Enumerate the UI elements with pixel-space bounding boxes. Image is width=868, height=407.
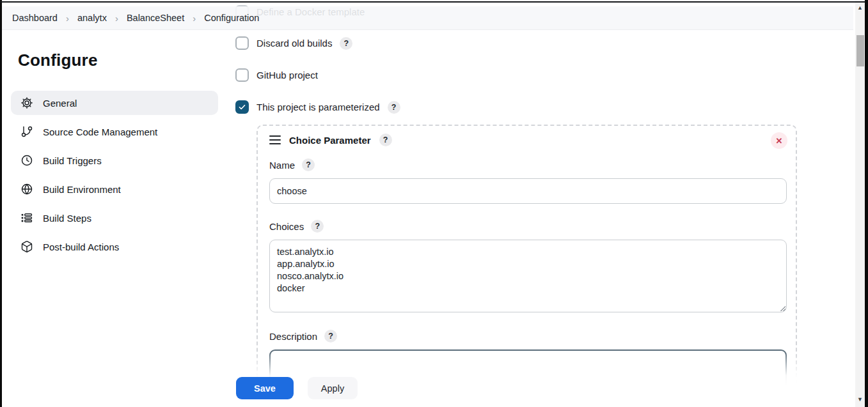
sidebar-item-general[interactable]: General bbox=[11, 91, 218, 115]
choice-parameter-card: Choice Parameter ? ✕ Name ? Choices ? te… bbox=[256, 125, 797, 407]
package-icon bbox=[20, 240, 33, 253]
discard-old-builds-checkbox[interactable] bbox=[235, 36, 249, 50]
clock-icon bbox=[20, 154, 33, 167]
choice-parameter-title: Choice Parameter bbox=[289, 135, 371, 146]
help-icon[interactable]: ? bbox=[379, 134, 392, 146]
window-edge-top bbox=[0, 1, 865, 3]
sidebar-item-post-build-actions[interactable]: Post-build Actions bbox=[11, 234, 218, 259]
window-edge-right bbox=[865, 0, 868, 407]
list-icon bbox=[20, 211, 33, 224]
parameterized-label: This project is parameterized bbox=[256, 102, 380, 112]
choices-label-text: Choices bbox=[269, 221, 304, 232]
save-button[interactable]: Save bbox=[236, 377, 294, 399]
chevron-right-icon: › bbox=[193, 13, 196, 24]
sidebar-item-build-environment[interactable]: Build Environment bbox=[11, 177, 218, 201]
chevron-right-icon: › bbox=[66, 13, 69, 24]
discard-old-builds-label: Discard old builds bbox=[256, 38, 332, 49]
window-edge-left bbox=[0, 0, 2, 407]
breadcrumb-balancesheet[interactable]: BalanceSheet bbox=[127, 13, 184, 23]
sidebar-item-build-triggers[interactable]: Build Triggers bbox=[11, 148, 218, 173]
breadcrumb: Dashboard › analytx › BalanceSheet › Con… bbox=[2, 6, 853, 30]
parameterized-checkbox[interactable] bbox=[235, 100, 249, 114]
description-field-label: Description ? bbox=[269, 330, 337, 342]
help-icon[interactable]: ? bbox=[324, 330, 337, 342]
scroll-down-icon[interactable]: ▼ bbox=[855, 394, 865, 404]
breadcrumb-analytx[interactable]: analytx bbox=[77, 13, 107, 23]
breadcrumb-dashboard[interactable]: Dashboard bbox=[12, 13, 58, 23]
globe-icon bbox=[20, 183, 33, 196]
help-icon[interactable]: ? bbox=[340, 37, 352, 50]
help-icon[interactable]: ? bbox=[302, 158, 315, 171]
choices-textarea[interactable]: test.analytx.io app.analytx.io nosco.ana… bbox=[269, 240, 787, 312]
check-icon bbox=[238, 103, 246, 111]
sidebar-item-label: Build Triggers bbox=[43, 155, 102, 166]
breadcrumb-configuration[interactable]: Configuration bbox=[204, 13, 259, 23]
help-icon[interactable]: ? bbox=[388, 101, 400, 114]
close-icon[interactable]: ✕ bbox=[771, 132, 787, 149]
sidebar-item-label: General bbox=[43, 98, 77, 109]
sidebar-item-label: Build Steps bbox=[43, 213, 91, 224]
chevron-right-icon: › bbox=[115, 13, 118, 24]
choices-field-label: Choices ? bbox=[269, 220, 324, 233]
description-label-text: Description bbox=[269, 331, 317, 342]
apply-button[interactable]: Apply bbox=[308, 377, 358, 399]
sidebar-item-label: Build Environment bbox=[43, 184, 121, 195]
config-sidenav: General Source Code Management Build Tri… bbox=[11, 91, 218, 263]
help-icon[interactable]: ? bbox=[311, 220, 324, 233]
github-project-label: GitHub project bbox=[256, 70, 318, 81]
scrollbar-thumb[interactable] bbox=[856, 35, 864, 66]
name-input[interactable] bbox=[269, 178, 787, 204]
gear-icon bbox=[20, 96, 33, 109]
name-field-label: Name ? bbox=[269, 158, 315, 171]
vertical-scrollbar[interactable]: ▲ ▼ bbox=[855, 0, 865, 407]
github-project-row: GitHub project bbox=[235, 68, 318, 82]
scroll-up-icon[interactable]: ▲ bbox=[855, 3, 865, 13]
sidebar-item-source-code-management[interactable]: Source Code Management bbox=[11, 119, 218, 144]
sidebar-item-build-steps[interactable]: Build Steps bbox=[11, 206, 218, 230]
drag-handle-icon[interactable] bbox=[269, 135, 281, 144]
discard-old-builds-row: Discard old builds ? bbox=[235, 36, 352, 50]
sidebar-item-label: Post-build Actions bbox=[43, 242, 119, 252]
page-title: Configure bbox=[18, 50, 98, 70]
github-project-checkbox[interactable] bbox=[235, 68, 249, 82]
choice-parameter-header: Choice Parameter ? bbox=[269, 134, 392, 146]
parameterized-row: This project is parameterized ? bbox=[235, 100, 400, 114]
jenkins-configure-page: Define a Docker template Dashboard › ana… bbox=[0, 0, 868, 407]
name-label-text: Name bbox=[269, 160, 295, 171]
sidebar-item-label: Source Code Management bbox=[43, 127, 157, 137]
branch-icon bbox=[20, 125, 33, 138]
